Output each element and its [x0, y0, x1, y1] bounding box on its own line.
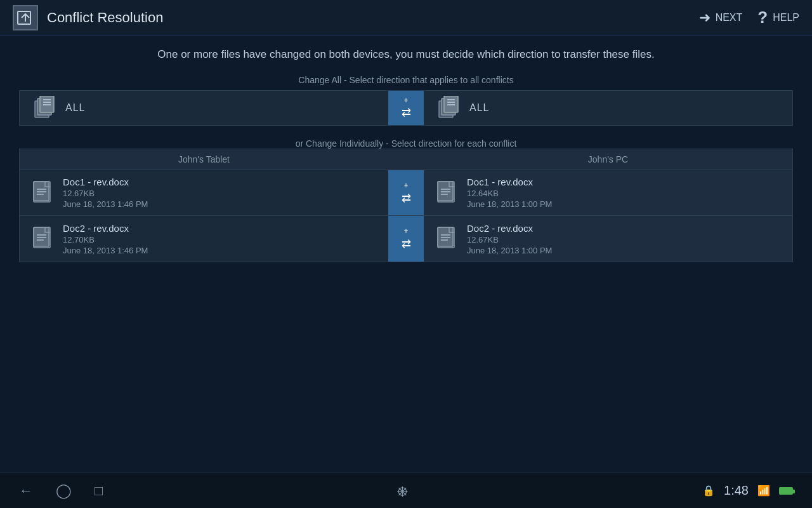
conflict-row-1-right-name: Doc1 - rev.docx — [467, 177, 552, 187]
file-icon-doc1-right — [436, 181, 458, 205]
recents-button[interactable]: □ — [95, 483, 103, 499]
next-arrow-icon: ➜ — [699, 10, 710, 26]
sync-arrows-icon-row1: ⇄ — [402, 191, 411, 205]
conflict-row-1-left-info: Doc1 - rev.docx 12.67KB June 18, 2013 1:… — [63, 177, 148, 209]
right-column-header: John's PC — [424, 149, 792, 170]
conflict-row-1-right-info: Doc1 - rev.docx 12.64KB June 18, 2013 1:… — [467, 177, 552, 209]
mid-column-header — [388, 149, 424, 170]
page-title: Conflict Resolution — [47, 10, 163, 26]
svg-rect-4 — [40, 96, 54, 112]
conflict-row-1-left[interactable]: Doc1 - rev.docx 12.67KB June 18, 2013 1:… — [20, 170, 388, 215]
header: Conflict Resolution ➜ NEXT ? HELP — [0, 0, 812, 36]
conflict-row-1-right-size: 12.64KB — [467, 189, 552, 198]
status-time: 1:48 — [724, 483, 749, 498]
conflict-row-1-left-size: 12.67KB — [63, 189, 148, 198]
svg-rect-14 — [34, 182, 49, 201]
change-all-label: Change All - Select direction that appli… — [19, 75, 793, 85]
conflict-row-2-left-info: Doc2 - rev.docx 12.70KB June 18, 2013 1:… — [63, 223, 148, 255]
conflict-row-2-left-date: June 18, 2013 1:46 PM — [63, 246, 148, 255]
conflict-row-2-left-size: 12.70KB — [63, 235, 148, 244]
main-content: One or more files have changed on both d… — [0, 36, 812, 275]
subtitle-text: One or more files have changed on both d… — [19, 48, 793, 61]
file-icon-doc1-left — [32, 181, 54, 205]
change-all-left[interactable]: ALL — [20, 91, 388, 125]
conflict-row-1: Doc1 - rev.docx 12.67KB June 18, 2013 1:… — [20, 170, 792, 216]
file-stack-left-icon — [32, 96, 56, 120]
lock-icon: 🔒 — [702, 485, 715, 497]
file-stack-right-icon — [436, 96, 461, 120]
header-right: ➜ NEXT ? HELP — [699, 8, 799, 27]
conflict-row-2-right-info: Doc2 - rev.docx 12.67KB June 18, 2013 1:… — [467, 223, 552, 255]
home-button[interactable]: ◯ — [56, 483, 72, 499]
nav-center: ⎈ — [397, 481, 408, 501]
nav-right-status: 🔒 1:48 📶 — [702, 483, 793, 498]
header-left: Conflict Resolution — [13, 5, 163, 30]
conflict-row-2-right-size: 12.67KB — [467, 235, 552, 244]
file-icon-doc2-left — [32, 227, 54, 251]
conflict-row-1-right-date: June 18, 2013 1:00 PM — [467, 199, 552, 209]
app-icon — [13, 5, 38, 30]
next-button[interactable]: ➜ NEXT — [699, 10, 743, 26]
change-all-right-label: ALL — [469, 102, 489, 114]
conflict-row-2-left-name: Doc2 - rev.docx — [63, 223, 148, 234]
conflict-row-1-sync-button[interactable]: + ⇄ — [388, 170, 424, 215]
plus-icon-row2: + — [403, 227, 408, 236]
conflict-row-1-right[interactable]: Doc1 - rev.docx 12.64KB June 18, 2013 1:… — [424, 170, 792, 215]
svg-rect-29 — [438, 227, 453, 246]
conflict-row-2-right[interactable]: Doc2 - rev.docx 12.67KB June 18, 2013 1:… — [424, 216, 792, 262]
conflict-row-1-left-name: Doc1 - rev.docx — [63, 177, 148, 187]
svg-rect-10 — [444, 96, 458, 112]
plus-icon-row1: + — [403, 181, 408, 190]
conflict-row-2-right-name: Doc2 - rev.docx — [467, 223, 552, 234]
change-all-right[interactable]: ALL — [424, 91, 792, 125]
next-label: NEXT — [716, 12, 743, 23]
change-all-left-label: ALL — [65, 102, 85, 114]
help-icon: ? — [757, 8, 768, 27]
conflict-row-2-left[interactable]: Doc2 - rev.docx 12.70KB June 18, 2013 1:… — [20, 216, 388, 262]
change-all-row: ALL + ⇄ ALL — [19, 90, 793, 126]
help-button[interactable]: ? HELP — [757, 8, 799, 27]
conflict-table: John's Tablet John's PC Doc — [19, 149, 793, 262]
conflict-table-header: John's Tablet John's PC — [20, 149, 792, 170]
battery-icon — [779, 487, 793, 495]
svg-rect-19 — [438, 182, 453, 201]
sync-arrows-icon: ⇄ — [402, 105, 411, 119]
nav-left-buttons: ← ◯ □ — [19, 483, 103, 499]
bottom-navigation-bar: ← ◯ □ ⎈ 🔒 1:48 📶 — [0, 472, 812, 508]
individual-label: or Change Individually - Select directio… — [19, 138, 793, 149]
wifi-icon: 📶 — [757, 485, 770, 497]
back-button[interactable]: ← — [19, 483, 33, 499]
conflict-row-2: Doc2 - rev.docx 12.70KB June 18, 2013 1:… — [20, 216, 792, 262]
file-icon-doc2-right — [436, 227, 458, 251]
help-label: HELP — [773, 12, 799, 23]
change-all-sync-button[interactable]: + ⇄ — [388, 91, 424, 125]
conflict-row-2-sync-button[interactable]: + ⇄ — [388, 216, 424, 262]
sync-arrows-icon-row2: ⇄ — [402, 237, 411, 251]
conflict-row-2-right-date: June 18, 2013 1:00 PM — [467, 246, 552, 255]
left-column-header: John's Tablet — [20, 149, 388, 170]
keyboard-button[interactable]: ⎈ — [397, 481, 408, 501]
svg-rect-24 — [34, 227, 49, 246]
conflict-row-1-left-date: June 18, 2013 1:46 PM — [63, 199, 148, 209]
plus-icon: + — [403, 97, 408, 104]
